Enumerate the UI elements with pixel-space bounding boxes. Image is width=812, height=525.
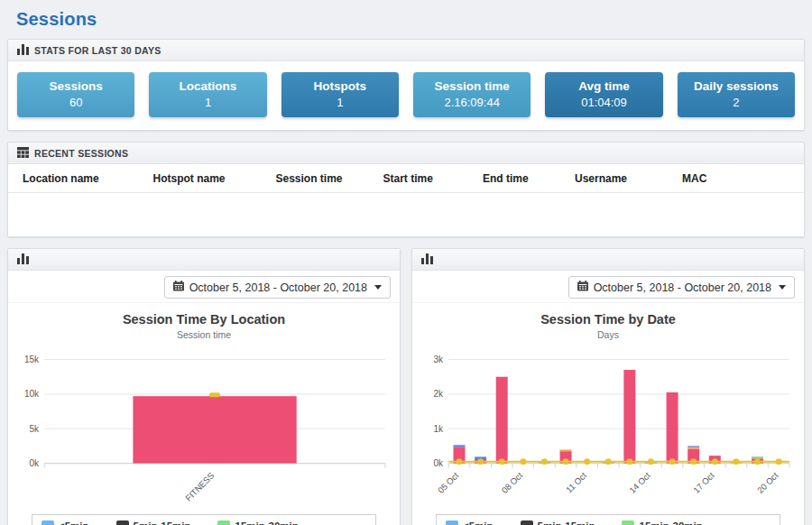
- y-tick-label: 10k: [24, 389, 40, 399]
- average-point: [669, 458, 676, 465]
- bar-segment: [667, 392, 678, 464]
- legend-item-5min-15min[interactable]: 5min-15min: [521, 520, 595, 525]
- legend-swatch: [446, 520, 458, 525]
- chevron-down-icon: [779, 285, 786, 290]
- chart-svg: 0k5k10k15kFITNESS: [12, 344, 396, 509]
- stats-panel: STATS FOR LAST 30 DAYS Sessions60Locatio…: [7, 39, 805, 131]
- page-title: Sessions: [16, 9, 805, 30]
- stat-card-daily-sessions[interactable]: Daily sessions2: [678, 72, 795, 117]
- legend-item-5min-15min[interactable]: 5min-15min: [116, 520, 191, 525]
- stat-card-session-time[interactable]: Session time2.16:09:44: [413, 72, 531, 117]
- stat-card-value: 01:04:09: [549, 95, 659, 110]
- average-point: [499, 458, 505, 465]
- stat-card-locations[interactable]: Locations1: [149, 72, 266, 117]
- y-tick-label: 5k: [30, 424, 41, 434]
- average-point: [209, 392, 220, 397]
- legend-item-15min-30min[interactable]: 15min-30min: [622, 520, 702, 525]
- date-range-picker[interactable]: October 5, 2018 - October 20, 2018: [164, 276, 391, 299]
- legend-item-5min[interactable]: <5min: [42, 520, 89, 525]
- bar-segment: [560, 449, 572, 451]
- legend-label: <5min: [59, 520, 89, 525]
- location-chart-toolbar: October 5, 2018 - October 20, 2018: [8, 271, 400, 303]
- legend-swatch: [116, 520, 129, 525]
- legend-item-5min[interactable]: <5min: [446, 520, 494, 525]
- stat-card-label: Sessions: [21, 78, 131, 95]
- x-tick-label: FITNESS: [183, 470, 216, 502]
- average-point: [541, 458, 548, 465]
- location-chart-panel: October 5, 2018 - October 20, 2018 Sessi…: [7, 248, 401, 525]
- y-tick-label: 0k: [30, 458, 41, 468]
- x-tick-label: 05 Oct: [436, 470, 461, 495]
- bar-segment: [453, 446, 465, 447]
- date-range-label: October 5, 2018 - October 20, 2018: [189, 281, 367, 294]
- column-header-username: Username: [575, 172, 682, 185]
- x-tick-label: 20 Oct: [755, 470, 780, 495]
- chart-title: Session Time by Date: [412, 312, 804, 327]
- column-header-hotspot-name: Hotspot name: [153, 172, 276, 185]
- x-tick-label: 11 Oct: [564, 470, 588, 494]
- table-icon: [17, 147, 29, 160]
- average-point: [520, 458, 526, 465]
- chart-subtitle: Session time: [8, 329, 400, 340]
- page: Sessions STATS FOR LAST 30 DAYS Sessions…: [0, 0, 812, 525]
- date-chart-canvas: 0k1k2k3k05 Oct08 Oct11 Oct14 Oct17 Oct20…: [412, 340, 804, 512]
- bar-segment: [623, 370, 635, 464]
- chart-subtitle: Days: [412, 329, 804, 340]
- legend-label: 15min-30min: [639, 520, 702, 525]
- date-chart-panel: October 5, 2018 - October 20, 2018 Sessi…: [411, 248, 805, 525]
- sessions-table-empty-body: [8, 193, 804, 236]
- column-header-location-name: Location name: [23, 172, 153, 185]
- sessions-table-header-row: Location nameHotspot nameSession timeSta…: [8, 164, 804, 193]
- x-tick-label: 08 Oct: [500, 470, 525, 495]
- location-chart-canvas: 0k5k10k15kFITNESS: [8, 340, 400, 512]
- bar-segment: [687, 447, 699, 449]
- x-tick-label: 14 Oct: [627, 470, 652, 495]
- y-tick-label: 2k: [434, 389, 445, 399]
- legend-item-15min-30min[interactable]: 15min-30min: [217, 520, 298, 525]
- calendar-icon: [577, 281, 588, 294]
- legend-swatch: [622, 520, 634, 525]
- chevron-down-icon: [374, 285, 382, 290]
- column-header-mac: MAC: [682, 172, 759, 185]
- average-point: [648, 458, 654, 465]
- column-header-session-time: Session time: [276, 172, 383, 185]
- average-point: [712, 458, 718, 465]
- charts-row: October 5, 2018 - October 20, 2018 Sessi…: [7, 248, 805, 525]
- stat-card-value: 2: [681, 95, 791, 110]
- y-tick-label: 1k: [434, 424, 445, 434]
- stat-card-label: Daily sessions: [681, 78, 791, 95]
- average-point: [457, 458, 463, 465]
- recent-sessions-header: RECENT SESSIONS: [8, 143, 804, 164]
- bar-segment: [496, 377, 508, 464]
- stat-card-sessions[interactable]: Sessions60: [17, 72, 134, 117]
- average-point: [776, 458, 782, 465]
- stat-card-value: 60: [21, 95, 131, 110]
- stat-card-avg-time[interactable]: Avg time01:04:09: [545, 72, 662, 117]
- location-chart-panel-header: [8, 249, 400, 271]
- legend-label: 5min-15min: [538, 520, 595, 525]
- date-range-picker[interactable]: October 5, 2018 - October 20, 2018: [568, 276, 795, 299]
- column-header-end-time: End time: [483, 172, 575, 185]
- chart-svg: 0k1k2k3k05 Oct08 Oct11 Oct14 Oct17 Oct20…: [416, 344, 800, 509]
- date-range-label: October 5, 2018 - October 20, 2018: [594, 281, 771, 294]
- stat-card-hotspots[interactable]: Hotspots1: [281, 72, 399, 117]
- chart-legend: <5min5min-15min15min-30min30min-45min45m…: [436, 514, 780, 525]
- average-point: [605, 458, 612, 465]
- legend-swatch: [217, 520, 230, 525]
- stat-card-value: 1: [152, 95, 263, 110]
- average-point: [626, 458, 632, 465]
- average-point: [563, 458, 569, 465]
- chart-legend: <5min5min-15min15min-30min30min-45min45m…: [32, 514, 376, 525]
- legend-swatch: [42, 520, 54, 525]
- y-tick-label: 15k: [24, 355, 40, 364]
- recent-sessions-title: RECENT SESSIONS: [34, 148, 128, 159]
- stats-panel-title: STATS FOR LAST 30 DAYS: [34, 45, 161, 56]
- average-point: [584, 458, 590, 465]
- bar-chart-icon: [17, 44, 29, 57]
- stat-card-label: Avg time: [549, 78, 659, 95]
- average-point: [733, 458, 739, 465]
- column-header-start-time: Start time: [383, 172, 484, 185]
- recent-sessions-panel: RECENT SESSIONS Location nameHotspot nam…: [7, 142, 805, 237]
- bar-segment: [475, 456, 486, 457]
- stats-panel-header: STATS FOR LAST 30 DAYS: [8, 40, 804, 61]
